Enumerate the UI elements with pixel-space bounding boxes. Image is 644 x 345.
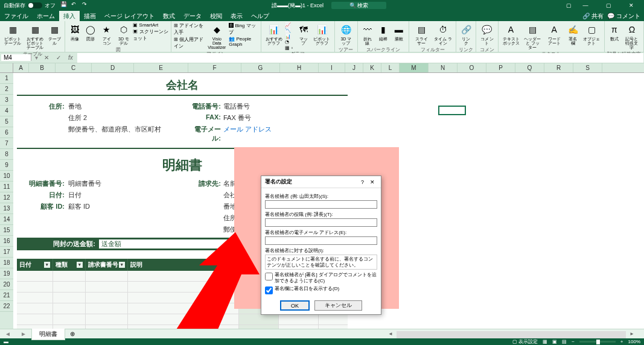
ribbon-options-icon[interactable]: ▢ xyxy=(566,2,572,8)
column-header-D[interactable]: D xyxy=(92,63,134,72)
sheet-nav-next-icon[interactable]: ► xyxy=(16,331,31,337)
table-cell[interactable] xyxy=(17,325,53,329)
filter-icon[interactable]: ▾ xyxy=(119,262,125,268)
table-cell[interactable] xyxy=(53,314,86,324)
signature-button[interactable]: ✍署名欄 xyxy=(566,22,580,46)
row-header-13[interactable]: 13 xyxy=(0,203,13,214)
table-cell[interactable] xyxy=(128,303,239,314)
share-button[interactable]: 🔗 共有 xyxy=(582,12,604,21)
confirm-entry-icon[interactable]: ✓ xyxy=(53,54,65,61)
zoom-in-icon[interactable]: + xyxy=(620,339,623,344)
maps-button[interactable]: 🗺マップ xyxy=(296,22,311,46)
picture-button[interactable]: 🖼画像 xyxy=(68,22,82,42)
visio-button[interactable]: ◆Visio Data Visualizer xyxy=(206,22,228,51)
table-cell[interactable] xyxy=(17,282,53,292)
slicer-button[interactable]: ▤スライ サー xyxy=(412,22,432,46)
zoom-level[interactable]: 100% xyxy=(628,339,640,344)
my-addins-button[interactable]: ⊞ 個人用アドイン xyxy=(174,36,205,49)
comments-checkbox[interactable] xyxy=(265,273,273,280)
column-header-J[interactable]: J xyxy=(345,63,363,72)
close-button[interactable]: ✕ xyxy=(622,2,640,8)
column-header-I[interactable]: I xyxy=(319,63,345,72)
horizontal-scroll[interactable] xyxy=(80,330,644,338)
menu-help[interactable]: ヘルプ xyxy=(247,11,273,22)
timeline-button[interactable]: ⏱タイム ライン xyxy=(432,22,453,46)
object-button[interactable]: ▢オブジェクト xyxy=(581,22,602,46)
table-cell[interactable] xyxy=(239,325,279,329)
row-header-21[interactable]: 21 xyxy=(0,290,13,301)
bing-button[interactable]: 🅱 Bing マップ xyxy=(229,22,258,36)
column-header-Q[interactable]: Q xyxy=(515,63,544,72)
select-all-corner[interactable] xyxy=(0,63,13,72)
showdate-checkbox[interactable] xyxy=(265,286,273,294)
column-header-A[interactable]: A xyxy=(13,63,29,72)
save-icon[interactable]: 💾 xyxy=(60,1,69,10)
column-header-O[interactable]: O xyxy=(457,63,486,72)
row-header-9[interactable]: 9 xyxy=(0,160,13,171)
chart-type-button[interactable]: 📈 📉 xyxy=(285,22,295,33)
table-cell[interactable] xyxy=(53,303,86,314)
table-cell[interactable] xyxy=(86,303,128,314)
row-header-4[interactable]: 4 xyxy=(0,106,13,116)
dialog-help-icon[interactable]: ? xyxy=(357,179,368,185)
menu-data[interactable]: データ xyxy=(179,11,206,22)
showdate-check[interactable]: 署名欄に署名日を表示する(D) xyxy=(265,286,377,294)
comments-check[interactable]: 署名候補者が [署名] ダイアログでコメントを追加できるようにする(C) xyxy=(265,272,377,283)
maximize-button[interactable]: ▢ xyxy=(599,2,617,8)
sheet-tab-active[interactable]: 明細書 xyxy=(31,328,65,340)
row-header-20[interactable]: 20 xyxy=(0,279,13,290)
column-header-K[interactable]: K xyxy=(363,63,381,72)
display-settings-button[interactable]: ▢ 表示設定 xyxy=(512,338,538,345)
signer-input[interactable] xyxy=(265,200,377,209)
row-header-22[interactable]: 22 xyxy=(0,301,13,312)
sheet-add-icon[interactable]: ⊕ xyxy=(65,331,80,337)
icons-button[interactable]: ★アイ コン xyxy=(99,22,114,46)
column-header-S[interactable]: S xyxy=(573,63,602,72)
menu-file[interactable]: ファイル xyxy=(0,11,33,22)
3dmap-button[interactable]: 🌐3D マップ xyxy=(337,22,355,46)
equation-button[interactable]: π数式 xyxy=(607,22,622,42)
column-header-L[interactable]: L xyxy=(381,63,400,72)
menu-home[interactable]: ホーム xyxy=(33,11,59,22)
table-cell[interactable] xyxy=(128,271,239,281)
row-header-7[interactable]: 7 xyxy=(0,138,13,149)
table-cell[interactable] xyxy=(128,282,239,292)
comments-button[interactable]: 💬 コメント xyxy=(607,12,640,21)
column-header-E[interactable]: E xyxy=(134,63,188,72)
recommend-pivot-button[interactable]: ▦おすすめ ピボットテーブル xyxy=(25,22,46,51)
ok-button[interactable]: OK xyxy=(280,300,310,311)
redo-icon[interactable]: ↷ xyxy=(82,1,91,10)
menu-formulas[interactable]: 数式 xyxy=(159,11,179,22)
search-box[interactable]: 🔍 検索 xyxy=(331,2,387,9)
row-header-8[interactable]: 8 xyxy=(0,149,13,160)
table-cell[interactable] xyxy=(17,303,53,314)
menu-review[interactable]: 校閲 xyxy=(206,11,226,22)
column-spark-button[interactable]: ▮縦棒 xyxy=(376,22,391,42)
column-header-B[interactable]: B xyxy=(29,63,56,72)
menu-view[interactable]: 表示 xyxy=(226,11,247,22)
recommend-chart-button[interactable]: 📊おすすめ グラフ xyxy=(264,22,284,46)
row-header-3[interactable]: 3 xyxy=(0,95,13,106)
column-header-G[interactable]: G xyxy=(241,63,280,72)
row-header-10[interactable]: 10 xyxy=(0,171,13,182)
fx-icon[interactable]: fx xyxy=(65,54,77,61)
column-header-N[interactable]: N xyxy=(429,63,457,72)
view-layout-icon[interactable]: ▣ xyxy=(552,339,557,344)
instructions-text[interactable]: このドキュメントに署名する前に、署名するコンテンツが正しいことを確認してください… xyxy=(265,255,377,270)
line-spark-button[interactable]: 〰折れ線 xyxy=(360,22,375,46)
table-cell[interactable] xyxy=(17,271,53,281)
table-button[interactable]: ▦テーブル xyxy=(47,22,63,46)
chart-type2-button[interactable]: 📊 ◔ xyxy=(285,34,295,45)
table-cell[interactable] xyxy=(128,325,239,329)
dialog-close-icon[interactable]: ✕ xyxy=(368,179,377,185)
3dmodel-button[interactable]: ⬡3D モデル xyxy=(116,22,132,46)
table-cell[interactable] xyxy=(128,293,239,303)
table-cell[interactable] xyxy=(86,282,128,292)
table-cell[interactable] xyxy=(86,293,128,303)
table-cell[interactable] xyxy=(53,271,86,281)
table-cell[interactable] xyxy=(239,314,279,324)
namebox-dropdown-icon[interactable]: ▾ xyxy=(33,54,40,61)
pivot-chart-button[interactable]: 📊ピボットグラフ xyxy=(312,22,332,46)
autosave-toggle[interactable]: 自動保存 オフ xyxy=(0,2,59,10)
table-cell[interactable] xyxy=(17,293,53,303)
